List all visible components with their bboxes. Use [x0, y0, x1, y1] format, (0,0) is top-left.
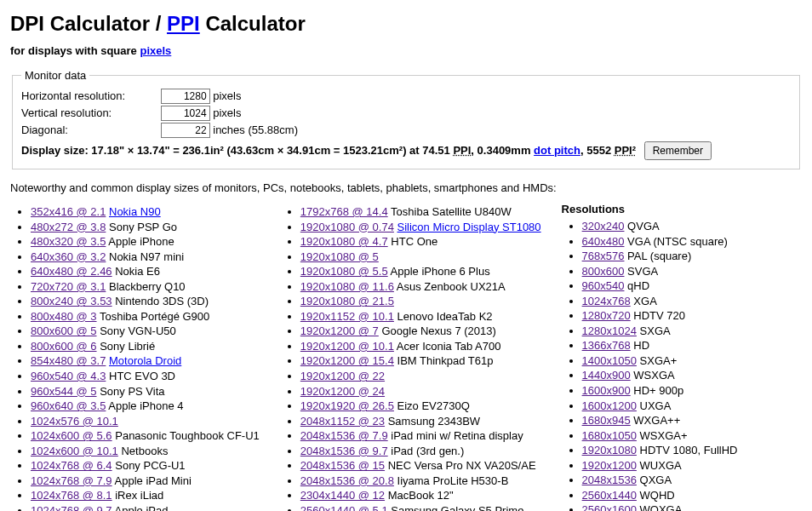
resolution-link[interactable]: 1920x1200 @ 7	[300, 324, 379, 337]
resolution-link[interactable]: 1920x1152 @ 10.1	[300, 310, 394, 323]
resolution-link[interactable]: 1600x900	[582, 384, 631, 397]
ppi-title-link[interactable]: PPI	[167, 12, 200, 35]
resolution-link[interactable]: 1680x945	[582, 414, 631, 427]
resolution-link[interactable]: 960x544 @ 5	[31, 385, 97, 398]
list-item: 2048x1152 @ 23 Samsung 2343BW	[300, 414, 541, 429]
resolution-link[interactable]: 1920x1080 @ 11.6	[300, 280, 394, 293]
resolution-link[interactable]: 640x480	[582, 235, 625, 248]
resolution-link[interactable]: 1366x768	[582, 339, 631, 352]
resolution-link[interactable]: 800x480 @ 3	[31, 310, 97, 323]
resolution-link[interactable]: 2304x1440 @ 12	[300, 489, 385, 502]
resolution-link[interactable]: 2048x1536 @ 7.9	[300, 429, 388, 442]
resolution-link[interactable]: 1920x1080 @ 21.5	[300, 295, 394, 307]
columns: 352x416 @ 2.1 Nokia N90480x272 @ 3.8 Son…	[10, 201, 802, 511]
list-item: 2048x1536 QXGA	[582, 473, 738, 488]
resolution-link[interactable]: 1440x900	[582, 369, 631, 382]
resolution-link[interactable]: 1600x1200	[582, 399, 637, 412]
res-name: SXGA	[640, 324, 671, 337]
resolution-link[interactable]: 480x272 @ 3.8	[31, 221, 106, 233]
res-name: PAL (square)	[627, 250, 691, 262]
device-link[interactable]: Motorola Droid	[109, 354, 181, 367]
resolution-link[interactable]: 1920x1080	[582, 444, 637, 456]
resolution-link[interactable]: 2048x1152 @ 23	[300, 415, 385, 428]
resolution-link[interactable]: 480x320 @ 3.5	[31, 235, 106, 248]
device-label: Netbooks	[121, 445, 168, 457]
hres-row: Horizontal resolution: pixels	[21, 89, 791, 104]
list-item: 854x480 @ 3.7 Motorola Droid	[31, 353, 260, 369]
resolution-link[interactable]: 1024x576 @ 10.1	[31, 415, 118, 428]
result-line: Display size: 17.18" × 13.74" = 236.1in²…	[21, 141, 791, 160]
resolution-link[interactable]: 1920x1080 @ 4.7	[300, 235, 388, 248]
resolution-link[interactable]: 2560x1600	[582, 503, 637, 511]
intro-text: Noteworthy and common display sizes of m…	[10, 181, 802, 194]
device-label: Acer Iconia Tab A700	[397, 340, 501, 353]
resolution-link[interactable]: 1024x768 @ 9.7	[31, 504, 112, 511]
resolution-link[interactable]: 1024x768	[582, 295, 631, 307]
resolution-link[interactable]: 2048x1536 @ 9.7	[300, 445, 388, 457]
device-label: Sony PCG-U1	[115, 459, 185, 472]
device-link[interactable]: Silicon Micro Display ST1080	[397, 221, 541, 233]
pixels-link[interactable]: pixels	[140, 44, 171, 57]
remember-button[interactable]: Remember	[644, 141, 712, 160]
list-item: 320x240 QVGA	[582, 219, 738, 234]
resolution-link[interactable]: 1920x1920 @ 26.5	[300, 399, 394, 412]
resolution-link[interactable]: 640x480 @ 2.46	[31, 265, 112, 278]
resolution-link[interactable]: 352x416 @ 2.1	[31, 205, 106, 218]
resolution-link[interactable]: 960x540 @ 4.3	[31, 370, 106, 382]
resolution-link[interactable]: 1920x1080 @ 0.74	[300, 221, 394, 233]
list-item: 2304x1440 @ 12 MacBook 12"	[300, 488, 541, 503]
diag-row: Diagonal: inches (55.88cm)	[21, 123, 791, 138]
resolution-link[interactable]: 1024x768 @ 7.9	[31, 474, 112, 487]
resolution-link[interactable]: 1024x600 @ 10.1	[31, 445, 118, 457]
resolution-link[interactable]: 1920x1200 @ 10.1	[300, 340, 394, 353]
resolution-link[interactable]: 1280x720	[582, 309, 631, 322]
resolution-link[interactable]: 2560x1440 @ 5.1	[300, 504, 388, 511]
resolution-link[interactable]: 800x600 @ 5	[31, 324, 97, 337]
resolution-link[interactable]: 960x540	[582, 279, 625, 292]
dot-pitch-link[interactable]: dot pitch	[534, 144, 580, 157]
resolution-link[interactable]: 1280x1024	[582, 324, 637, 337]
resolution-link[interactable]: 800x600 @ 6	[31, 340, 97, 353]
device-label: Sony VGN-U50	[100, 324, 176, 337]
col2: 1792x768 @ 14.4 Toshiba Satellite U840W1…	[280, 201, 541, 511]
res-name: SVGA	[627, 265, 658, 278]
resolution-link[interactable]: 1024x600 @ 5.6	[31, 429, 112, 442]
resolution-link[interactable]: 768x576	[582, 250, 625, 262]
resolution-link[interactable]: 2560x1440	[582, 489, 637, 502]
resolution-link[interactable]: 2048x1536	[582, 474, 637, 486]
resolution-link[interactable]: 1024x768 @ 6.4	[31, 459, 112, 472]
diag-input[interactable]	[161, 123, 210, 138]
subheading: for displays with square pixels	[10, 44, 802, 57]
resolution-link[interactable]: 640x360 @ 3.2	[31, 250, 106, 263]
list-item: 1792x768 @ 14.4 Toshiba Satellite U840W	[300, 204, 541, 220]
list-item: 2048x1536 @ 9.7 iPad (3rd gen.)	[300, 444, 541, 459]
resolution-link[interactable]: 800x240 @ 3.53	[31, 295, 112, 307]
resolution-link[interactable]: 1920x1200 @ 15.4	[300, 354, 394, 367]
resolution-link[interactable]: 720x720 @ 3.1	[31, 280, 106, 293]
resolution-link[interactable]: 1920x1080 @ 5.5	[300, 265, 388, 278]
res-name: HD+ 900p	[633, 384, 683, 397]
resolution-link[interactable]: 1920x1200 @ 22	[300, 370, 385, 382]
resolution-link[interactable]: 1792x768 @ 14.4	[300, 205, 388, 218]
device-label: Sony Librié	[100, 340, 155, 353]
list-item: 640x360 @ 3.2 Nokia N97 mini	[31, 250, 260, 265]
resolution-link[interactable]: 1400x1050	[582, 354, 637, 367]
vres-input[interactable]	[161, 106, 210, 121]
resolution-link[interactable]: 2048x1536 @ 20.8	[300, 474, 394, 487]
hres-input[interactable]	[161, 89, 210, 104]
res-name: SXGA+	[640, 354, 678, 367]
resolution-link[interactable]: 1680x1050	[582, 429, 637, 442]
resolution-link[interactable]: 320x240	[582, 220, 625, 233]
resolution-link[interactable]: 1024x768 @ 8.1	[31, 489, 112, 502]
resolution-link[interactable]: 2048x1536 @ 15	[300, 459, 385, 472]
resolution-link[interactable]: 960x640 @ 3.5	[31, 399, 106, 412]
resolution-link[interactable]: 800x600	[582, 265, 625, 278]
resolution-link[interactable]: 1920x1080 @ 5	[300, 250, 379, 263]
resolution-link[interactable]: 1920x1200 @ 24	[300, 385, 385, 398]
resolution-link[interactable]: 854x480 @ 3.7	[31, 354, 106, 367]
resolution-link[interactable]: 1920x1200	[582, 459, 637, 472]
title-suffix: Calculator	[200, 12, 306, 35]
device-link[interactable]: Nokia N90	[109, 205, 161, 218]
list-item: 1024x768 @ 8.1 iRex iLiad	[31, 488, 260, 503]
device-label: Apple iPhone 6 Plus	[391, 265, 490, 278]
